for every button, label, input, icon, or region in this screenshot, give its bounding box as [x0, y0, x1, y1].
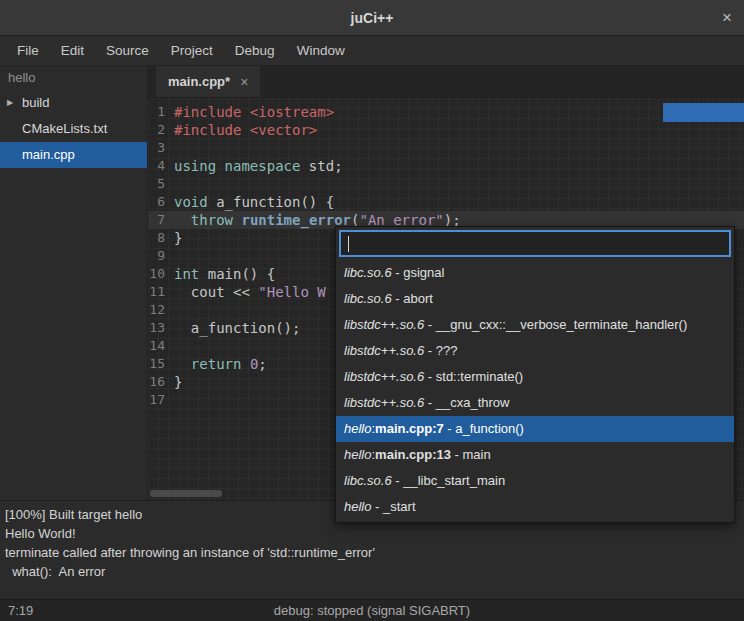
code-token	[241, 356, 249, 372]
code-text: #include <iostream>	[170, 103, 334, 121]
code-text: a_function();	[170, 319, 300, 337]
code-token: return	[191, 356, 242, 372]
code-text	[170, 139, 174, 157]
backtrace-item-text: hello	[344, 421, 371, 436]
backtrace-item[interactable]: libc.so.6 - gsignal	[336, 260, 734, 286]
scroll-position-indicator[interactable]	[663, 103, 744, 122]
close-icon[interactable]: ×	[722, 0, 732, 36]
line-number[interactable]: 13	[148, 319, 170, 337]
code-token: "Hello W	[258, 284, 325, 300]
backtrace-item[interactable]: hello:main.cpp:7 - a_function()	[336, 416, 734, 442]
sidebar-item-build[interactable]: ▶build	[0, 90, 147, 116]
menu-item-source[interactable]: Source	[95, 36, 160, 66]
code-line: 2#include <vector>	[148, 121, 744, 139]
tab-label: main.cpp*	[168, 74, 230, 89]
app-window: juCi++ × FileEditSourceProjectDebugWindo…	[0, 0, 744, 621]
backtrace-item[interactable]: libstdc++.so.6 - ???	[336, 338, 734, 364]
code-token	[174, 356, 191, 372]
line-number[interactable]: 3	[148, 139, 170, 157]
backtrace-item-text: - ???	[424, 343, 457, 358]
expander-icon[interactable]: ▶	[7, 90, 13, 116]
code-token: ;	[258, 356, 266, 372]
code-token: int	[174, 266, 199, 282]
code-text: }	[170, 373, 182, 391]
backtrace-item[interactable]: hello - _start	[336, 494, 734, 520]
line-number[interactable]: 14	[148, 337, 170, 355]
text-caret	[348, 236, 349, 252]
line-number[interactable]: 11	[148, 283, 170, 301]
code-token: void	[174, 194, 208, 210]
line-number[interactable]: 2	[148, 121, 170, 139]
code-token: throw	[191, 212, 233, 228]
code-text	[170, 337, 174, 355]
line-number[interactable]: 4	[148, 157, 170, 175]
menu-item-file[interactable]: File	[6, 36, 50, 66]
backtrace-item[interactable]: libc.so.6 - __libc_start_main	[336, 468, 734, 494]
backtrace-item[interactable]: libc.so.6 - abort	[336, 286, 734, 312]
line-number[interactable]: 6	[148, 193, 170, 211]
sidebar: hello ▶buildCMakeLists.txtmain.cpp	[0, 66, 148, 500]
sidebar-item-cmakelists-txt[interactable]: CMakeLists.txt	[0, 116, 147, 142]
line-number[interactable]: 10	[148, 265, 170, 283]
code-token: }	[174, 374, 182, 390]
code-text: using namespace std;	[170, 157, 343, 175]
sidebar-item-label: main.cpp	[22, 147, 75, 162]
sidebar-item-label: CMakeLists.txt	[22, 121, 107, 136]
code-token: using namespace	[174, 158, 300, 174]
console-line: terminate called after throwing an insta…	[5, 543, 739, 562]
backtrace-item[interactable]: libstdc++.so.6 - std::terminate()	[336, 364, 734, 390]
console-line: what(): An error	[5, 562, 739, 581]
code-text	[170, 175, 174, 193]
tab-close-icon[interactable]: ×	[240, 74, 248, 90]
line-number[interactable]: 12	[148, 301, 170, 319]
debug-status: debug: stopped (signal SIGABRT)	[0, 600, 744, 621]
backtrace-item[interactable]: libstdc++.so.6 - __cxa_throw	[336, 390, 734, 416]
backtrace-item-text: main.cpp:7	[375, 421, 444, 436]
line-number[interactable]: 9	[148, 247, 170, 265]
backtrace-item-text: libc.so.6	[344, 265, 392, 280]
backtrace-item-text: - __gnu_cxx::__verbose_terminate_handler…	[424, 317, 687, 332]
menu-item-edit[interactable]: Edit	[50, 36, 95, 66]
window-title: juCi++	[0, 0, 744, 36]
menu-item-window[interactable]: Window	[286, 36, 356, 66]
code-token: #include <vector>	[174, 122, 317, 138]
code-text	[170, 247, 174, 265]
line-number[interactable]: 15	[148, 355, 170, 373]
backtrace-popup: libc.so.6 - gsignallibc.so.6 - abortlibs…	[335, 226, 735, 523]
menu-item-project[interactable]: Project	[160, 36, 224, 66]
popup-list: libc.so.6 - gsignallibc.so.6 - abortlibs…	[336, 260, 734, 520]
horizontal-scrollbar-thumb[interactable]	[150, 490, 222, 497]
line-number[interactable]: 5	[148, 175, 170, 193]
backtrace-item-text: - a_function()	[444, 421, 524, 436]
backtrace-item-text: - abort	[392, 291, 433, 306]
backtrace-item[interactable]: libstdc++.so.6 - __gnu_cxx::__verbose_te…	[336, 312, 734, 338]
line-number[interactable]: 1	[148, 103, 170, 121]
code-line: 4using namespace std;	[148, 157, 744, 175]
line-number[interactable]: 7	[148, 211, 170, 229]
backtrace-item-text: - __libc_start_main	[392, 473, 505, 488]
line-number[interactable]: 17	[148, 391, 170, 409]
backtrace-item-text: libstdc++.so.6	[344, 317, 424, 332]
code-token: a_function();	[174, 320, 300, 336]
backtrace-item-text: hello	[344, 499, 371, 514]
backtrace-item-text: libstdc++.so.6	[344, 369, 424, 384]
code-line: 3	[148, 139, 744, 157]
statusbar: 7:19 debug: stopped (signal SIGABRT)	[0, 599, 744, 621]
popup-search-input[interactable]	[339, 230, 731, 257]
code-line: 1#include <iostream>	[148, 103, 744, 121]
backtrace-item-text: - main	[451, 447, 491, 462]
line-number[interactable]: 8	[148, 229, 170, 247]
code-line: 5	[148, 175, 744, 193]
code-text: return 0;	[170, 355, 267, 373]
sidebar-item-main-cpp[interactable]: main.cpp	[0, 142, 147, 168]
menu-item-debug[interactable]: Debug	[224, 36, 286, 66]
line-number[interactable]: 16	[148, 373, 170, 391]
code-text	[170, 301, 174, 319]
backtrace-item[interactable]: hello:main.cpp:13 - main	[336, 442, 734, 468]
code-text: #include <vector>	[170, 121, 317, 139]
code-token: #include <iostream>	[174, 104, 334, 120]
tab-main-cpp[interactable]: main.cpp*×	[156, 66, 260, 97]
titlebar: juCi++ ×	[0, 0, 744, 36]
backtrace-item-text: libc.so.6	[344, 473, 392, 488]
code-text: cout << "Hello W	[170, 283, 326, 301]
